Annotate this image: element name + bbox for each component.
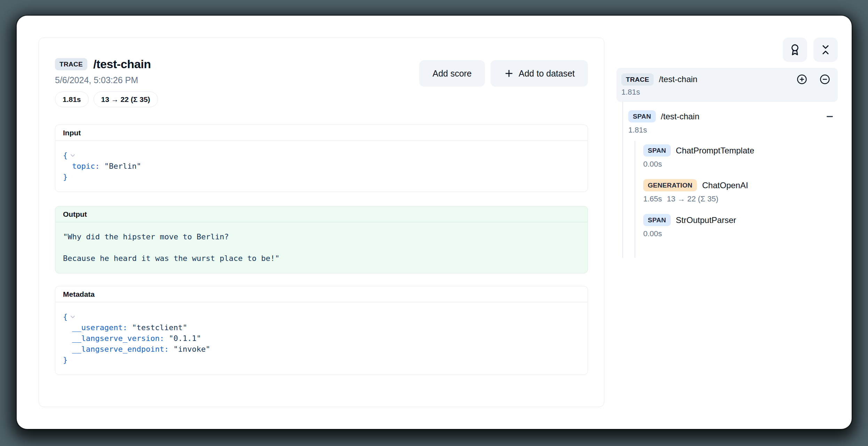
json-value: "invoke" [173,345,210,353]
window-card: TRACE /test-chain 5/6/2024, 5:03:26 PM 1… [17,16,852,429]
output-section: Output "Why did the hipster move to Berl… [55,206,588,273]
json-key: __useragent: [72,323,127,332]
tree-row-chatprompttemplate[interactable]: SPAN ChatPromptTemplate 0.00s [643,144,838,169]
trace-type-badge: TRACE [621,73,654,86]
json-key: __langserve_endpoint: [72,345,169,353]
json-open-brace: { [63,151,67,160]
tree-node-name: ChatPromptTemplate [676,146,754,156]
award-icon [789,44,801,56]
json-value: "Berlin" [104,162,141,170]
span-type-badge: SPAN [643,144,671,157]
json-close-brace: } [63,356,67,364]
tree-node-duration: 0.00s [643,229,838,238]
metadata-section: Metadata { __useragent: "testclient" __l… [55,286,588,375]
tree-node-duration: 1.81s [628,126,838,135]
output-line [63,242,580,253]
trace-header-left: TRACE /test-chain 5/6/2024, 5:03:26 PM 1… [55,57,158,107]
output-line: Because he heard it was the wurst place … [63,253,580,264]
tree-node-duration: 1.81s [621,88,832,97]
input-json: { topic: "Berlin" } [55,141,588,192]
trace-type-badge: TRACE [55,58,87,70]
tree-indent-line [622,102,623,258]
tree-node-name: StrOutputParser [676,215,736,225]
tree-row-trace[interactable]: TRACE /test-chain 1.81s [616,68,838,102]
add-to-dataset-label: Add to dataset [519,69,575,79]
input-section: Input { topic: "Berlin" } [55,125,588,192]
latency-badge: 1.81s [55,91,89,107]
token-usage-badge: 13 → 22 (Σ 35) [94,91,158,107]
generation-latency: 1.65s [643,194,662,203]
tree-node-duration: 0.00s [643,160,838,169]
output-section-title: Output [55,206,588,222]
tree-node-name: ChatOpenAI [702,181,748,190]
json-key: __langserve_version: [72,334,164,343]
circle-plus-icon[interactable] [797,74,807,85]
json-close-brace: } [63,173,67,181]
output-line: "Why did the hipster move to Berlin? [63,231,580,242]
chevron-down-icon[interactable] [69,313,76,320]
tree-node-name: /test-chain [661,112,700,121]
plus-icon [504,68,514,79]
trace-timestamp: 5/6/2024, 5:03:26 PM [55,75,158,85]
observation-tree-sidebar: TRACE /test-chain 1.81s [616,38,838,238]
json-value: "0.1.1" [169,334,201,343]
span-type-badge: SPAN [643,214,671,226]
tree-row-stroutputparser[interactable]: SPAN StrOutputParser 0.00s [643,214,838,238]
annotate-button[interactable] [783,38,807,62]
json-key: topic: [72,162,99,170]
output-text: "Why did the hipster move to Berlin? Bec… [55,222,588,273]
screenshot-background: TRACE /test-chain 5/6/2024, 5:03:26 PM 1… [0,0,868,446]
chevron-down-icon[interactable] [69,152,76,159]
metadata-section-title: Metadata [55,286,588,302]
json-value: "testclient" [132,323,187,332]
tree-node-name: /test-chain [659,74,698,84]
generation-usage: 13 → 22 (Σ 35) [667,194,718,203]
trace-header: TRACE /test-chain 5/6/2024, 5:03:26 PM 1… [39,38,604,107]
metadata-json: { __useragent: "testclient" __langserve_… [55,302,588,375]
tree-row-chatopenai[interactable]: GENERATION ChatOpenAI 1.65s13 → 22 (Σ 35… [643,179,838,204]
add-score-button[interactable]: Add score [419,60,485,87]
trace-detail-panel: TRACE /test-chain 5/6/2024, 5:03:26 PM 1… [39,38,604,407]
input-section-title: Input [55,125,588,141]
tree-indent-line [635,141,635,258]
circle-minus-icon[interactable] [820,74,830,85]
page-title: /test-chain [93,57,151,71]
tree-row-span-test-chain[interactable]: SPAN /test-chain 1.81s [628,110,838,135]
json-open-brace: { [63,312,67,321]
trace-tree: TRACE /test-chain 1.81s [616,68,838,238]
minus-icon[interactable] [825,112,834,121]
generation-type-badge: GENERATION [643,179,697,191]
collapse-panel-button[interactable] [813,38,838,62]
span-type-badge: SPAN [628,110,656,122]
tree-node-duration: 1.65s13 → 22 (Σ 35) [643,194,838,204]
chevrons-down-up-icon [820,44,831,56]
add-to-dataset-button[interactable]: Add to dataset [491,60,588,87]
